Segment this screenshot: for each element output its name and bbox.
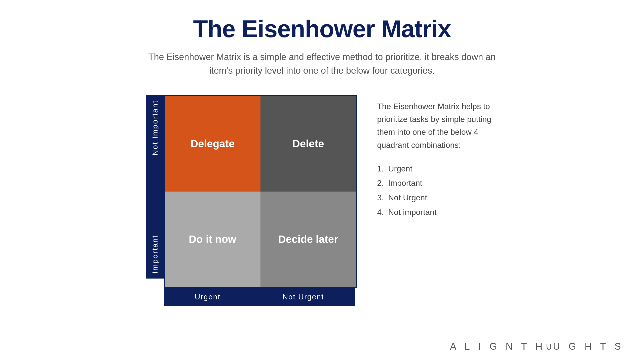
list-number-4: 4. [377,205,385,220]
side-description: The Eisenhower Matrix helps to prioritiz… [377,95,498,219]
y-axis-bar: Not Important Important [146,95,164,279]
list-item: 2. Important [377,176,498,191]
y-axis-bottom-label: Important [151,235,159,274]
list-item: 4. Not important [377,205,498,220]
description-text: The Eisenhower Matrix helps to prioritiz… [377,100,498,152]
logo-container: A L I G N T H ∪ U G H T S [450,341,624,352]
page-title: The Eisenhower Matrix [193,15,451,43]
matrix-grid: Delegate Delete Do it now Decide later [164,95,357,288]
list-item: 1. Urgent [377,162,498,176]
list-label-1: Urgent [388,162,412,176]
list-item: 3. Not Urgent [377,191,498,205]
quadrant-decide-later: Decide later [260,192,356,287]
quadrant-delegate: Delegate [165,96,260,192]
list-number-1: 1. [377,162,385,176]
list-label-4: Not important [388,205,437,220]
list-number-3: 3. [377,191,385,205]
page-subtitle: The Eisenhower Matrix is a simple and ef… [146,50,498,77]
y-axis-top-label: Not Important [151,100,159,156]
logo-text: A L I G N T H [450,341,545,352]
quadrant-delete: Delete [260,96,356,192]
x-axis-bar: Urgent Not Urgent [164,288,355,306]
list-number-2: 2. [377,176,385,191]
logo-text-2: U G H T S [553,341,624,352]
x-axis-right-label: Not Urgent [282,293,324,301]
main-content: Not Important Important Delegate Delete … [20,95,624,306]
matrix-inner: Not Important Important Delegate Delete … [146,95,357,288]
quadrant-decide-later-label: Decide later [278,233,338,245]
list-label-2: Important [388,176,422,191]
list-label-3: Not Urgent [388,191,427,205]
quadrant-delete-label: Delete [292,138,324,150]
quadrant-do-it-now: Do it now [165,192,260,287]
quadrant-delegate-label: Delegate [191,138,235,150]
description-list: 1. Urgent 2. Important 3. Not Urgent 4. … [377,162,498,219]
logo-symbol: ∪ [545,341,553,352]
matrix-container: Not Important Important Delegate Delete … [146,95,357,306]
quadrant-do-it-now-label: Do it now [189,233,236,245]
x-axis-left-label: Urgent [195,293,220,301]
